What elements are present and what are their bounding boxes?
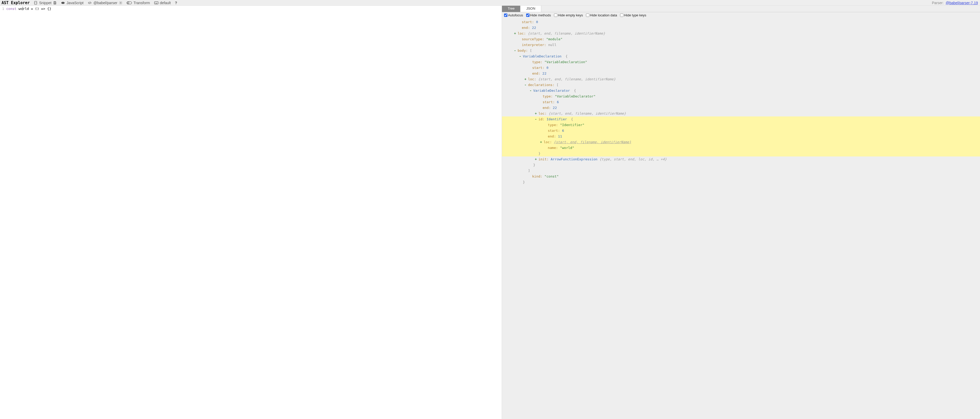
v: "world" (560, 146, 574, 150)
help-button[interactable]: ? (173, 0, 179, 5)
node-declarations[interactable]: declarations: [ (502, 82, 980, 88)
node-end[interactable]: end: 22 (502, 25, 980, 31)
node-init[interactable]: init: ArrowFunctionExpression {type, sta… (502, 157, 980, 162)
node-id[interactable]: id: Identifier { (502, 116, 980, 122)
transform-menu[interactable]: Transform (125, 0, 151, 5)
toggle-icon (127, 1, 132, 5)
k: body (517, 49, 526, 52)
node-id-start[interactable]: start: 6 (502, 128, 980, 133)
node-id-loc[interactable]: loc: {start, end, filename, identifierNa… (502, 139, 980, 145)
ident-part2: rld (23, 7, 31, 11)
keymap-label: default (160, 1, 171, 5)
help-icon: ? (175, 1, 177, 5)
node-vr-start[interactable]: start: 6 (502, 99, 980, 105)
parser-version-link[interactable]: @babel/parser-7.19 (946, 1, 978, 5)
node-id-type[interactable]: type: "Identifier" (502, 122, 980, 128)
node-start[interactable]: start: 0 (502, 19, 980, 25)
hide-type-checkbox[interactable] (620, 14, 624, 17)
ast-tree[interactable]: start: 0 end: 22 loc: {start, end, filen… (502, 18, 980, 419)
brace: } (523, 180, 525, 184)
autofocus-checkbox[interactable] (504, 14, 508, 17)
v: "module" (546, 37, 563, 41)
node-variabledeclarator[interactable]: VariableDeclarator { (502, 88, 980, 94)
k: kind (532, 175, 540, 178)
brace: { (574, 89, 576, 92)
node-vr-close: } (502, 162, 980, 168)
expand-icon[interactable] (514, 31, 517, 37)
v: 0 (546, 66, 549, 70)
parser-menu[interactable]: @babel/parser (86, 0, 124, 5)
opt-hide-empty[interactable]: Hide empty keys (554, 13, 583, 17)
k: sourceType (522, 37, 542, 41)
v: 22 (542, 71, 546, 75)
k: end (522, 26, 528, 30)
keymap-menu[interactable]: default (153, 0, 172, 5)
node-body[interactable]: body: [ (502, 48, 980, 54)
opt-autofocus[interactable]: Autofocus (504, 13, 523, 17)
node-vd-type[interactable]: type: "VariableDeclaration" (502, 59, 980, 65)
typeref[interactable]: VariableDeclarator (533, 89, 570, 92)
node-variabledeclaration[interactable]: VariableDeclaration { (502, 54, 980, 59)
transform-label: Transform (134, 1, 150, 5)
k: loc (528, 77, 534, 81)
hide-location-checkbox[interactable] (586, 14, 589, 17)
tab-tree[interactable]: Tree (502, 6, 520, 12)
language-menu[interactable]: JavaScript (59, 0, 85, 5)
node-sourcetype[interactable]: sourceType: "module" (502, 37, 980, 42)
typeref[interactable]: ArrowFunctionExpression (550, 157, 597, 161)
collapse-icon[interactable] (514, 48, 517, 54)
v: 22 (532, 26, 536, 30)
v: "VariableDeclarator" (555, 94, 596, 98)
node-vr-loc[interactable]: loc: {start, end, filename, identifierNa… (502, 111, 980, 116)
output-pane: Tree JSON Autofocus Hide methods Hide em… (502, 6, 980, 419)
opt-hide-location[interactable]: Hide location data (586, 13, 617, 17)
k: start (548, 129, 558, 133)
keyword-const: const (6, 7, 16, 11)
typeref[interactable]: Identifier (547, 117, 567, 121)
brace: } (533, 163, 535, 167)
snippet-menu[interactable]: Snippet (32, 0, 58, 5)
hide-type-label: Hide type keys (624, 13, 646, 17)
opt-hide-methods[interactable]: Hide methods (526, 13, 551, 17)
collapse-icon[interactable] (529, 88, 532, 94)
k: id (538, 117, 542, 121)
v: 6 (562, 129, 564, 133)
v: "const" (544, 175, 558, 178)
typeref[interactable]: VariableDeclaration (523, 54, 562, 58)
code-editor[interactable]: 1 const world = () => {} (0, 6, 502, 419)
opt-hide-type[interactable]: Hide type keys (620, 13, 646, 17)
collapse-icon[interactable] (519, 54, 522, 59)
k: interpreter (522, 43, 544, 47)
node-vd-loc[interactable]: loc: {start, end, filename, identifierNa… (502, 76, 980, 82)
svg-point-3 (61, 2, 65, 4)
node-vr-end[interactable]: end: 22 (502, 105, 980, 111)
code-content[interactable]: const world = () => {} (5, 6, 502, 419)
node-vr-type[interactable]: type: "VariableDeclarator" (502, 94, 980, 99)
ph: {start, end, filename, identifierName} (549, 111, 626, 116)
arrow: => (41, 7, 45, 11)
brace: [ (530, 49, 532, 52)
expand-icon[interactable] (539, 139, 542, 145)
node-decls-close: ] (502, 168, 980, 174)
node-vd-end[interactable]: end: 22 (502, 71, 980, 76)
node-id-end[interactable]: end: 11 (502, 133, 980, 139)
collapse-icon[interactable] (534, 116, 537, 122)
svg-point-4 (121, 2, 121, 3)
parens: () (33, 7, 41, 11)
node-loc[interactable]: loc: {start, end, filename, identifierNa… (502, 31, 980, 37)
expand-icon[interactable] (534, 111, 537, 116)
expand-icon[interactable] (534, 157, 537, 162)
node-vd-start[interactable]: start: 0 (502, 65, 980, 71)
tab-json[interactable]: JSON (520, 6, 541, 12)
k: end (548, 134, 554, 138)
collapse-icon[interactable] (524, 82, 527, 88)
node-interpreter[interactable]: interpreter: null (502, 42, 980, 48)
k: name (548, 146, 556, 150)
node-kind[interactable]: kind: "const" (502, 174, 980, 179)
hide-location-label: Hide location data (590, 13, 617, 17)
hide-empty-checkbox[interactable] (554, 14, 557, 17)
node-id-name[interactable]: name: "world" (502, 145, 980, 151)
k: start (542, 100, 553, 104)
expand-icon[interactable] (524, 76, 527, 82)
hide-methods-checkbox[interactable] (526, 14, 530, 17)
